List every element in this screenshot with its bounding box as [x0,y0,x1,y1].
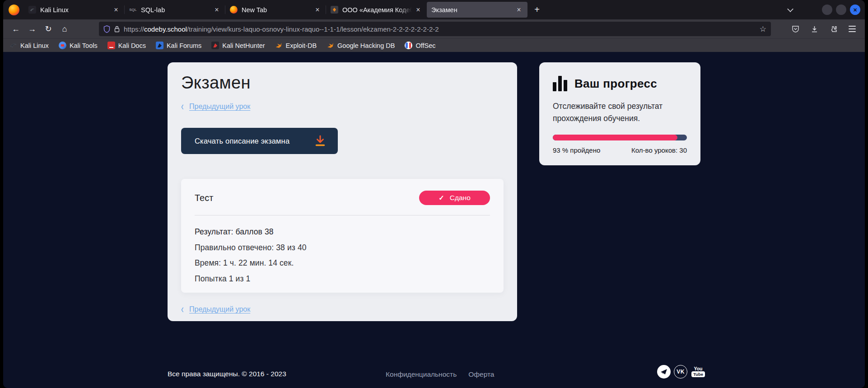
tab-title: Kali Linux [40,6,111,14]
social-links: VK You Tube [657,365,706,379]
chevron-left-icon: ‹ [181,304,184,315]
privacy-link[interactable]: Конфиденциальность [386,370,457,379]
firefox-logo-icon [9,5,19,15]
lock-icon[interactable] [114,26,120,33]
bookmark-label: Kali Docs [118,42,146,49]
codeby-favicon-icon [331,6,338,14]
tab-sql-lab[interactable]: SQL SQL-lab × [125,2,225,18]
url-bar[interactable]: https://codeby.school/training/view/kurs… [99,22,771,36]
download-exam-description-button[interactable]: Скачать описание экзамна [181,128,338,154]
youtube-icon[interactable]: You Tube [691,365,706,379]
previous-lesson-link-bottom[interactable]: ‹ Предыдущий урок [181,305,504,313]
tab-kali-linux[interactable]: Kali Linux × [24,2,125,18]
window-controls: × [822,5,860,15]
progress-title: Ваш прогресс [574,77,657,91]
url-path: /training/view/kurs-laquo-osnovy-linux-r… [187,25,439,33]
result-correct: Правильно отвечено: 38 из 40 [195,243,490,252]
new-tab-button[interactable]: + [530,3,544,17]
bookmark-offsec[interactable]: OffSec [405,42,435,49]
exam-card: Экзамен ‹ Предыдущий урок Скачать описан… [168,62,517,321]
minimize-button[interactable] [822,5,832,15]
bookmark-google-hacking-db[interactable]: Google Hacking DB [327,42,395,49]
google-hacking-db-bird-icon [327,42,334,49]
maximize-button[interactable] [836,5,846,15]
pocket-icon[interactable] [788,22,803,36]
tab-exam-active[interactable]: Экзамен × [427,2,527,18]
bookmarks-bar: Kali Linux Kali Tools Kali Docs Kali For… [3,38,865,52]
home-button[interactable]: ⌂ [57,22,72,36]
bookmark-label: OffSec [415,42,435,49]
bookmark-label: Google Hacking DB [337,42,395,49]
kali-dragon-icon [9,42,17,49]
extensions-puzzle-icon[interactable] [826,22,840,36]
toolbar-right-icons [788,22,859,36]
bookmark-kali-tools[interactable]: Kali Tools [59,42,98,49]
checkmark-icon: ✓ [439,194,444,202]
footer-links: Конфиденциальность Оферта [386,370,495,379]
kali-tools-icon [59,42,66,49]
bookmark-kali-docs[interactable]: Kali Docs [107,42,146,49]
progress-bar-track [553,135,687,140]
reload-button[interactable]: ↻ [41,22,56,36]
tab-new-tab[interactable]: New Tab × [225,2,326,18]
page-footer: Все права защищены. © 2016 - 2023 Конфид… [3,363,865,388]
result-score: Результат: баллов 38 [195,227,490,237]
tab-bar: Kali Linux × SQL SQL-lab × New Tab × ООО… [3,0,865,19]
result-time: Время: 1 ч. 22 мин. 14 сек. [195,258,490,268]
telegram-icon[interactable] [657,365,671,379]
downloads-icon[interactable] [807,22,821,36]
bookmark-label: Kali Forums [167,42,201,49]
test-results: Результат: баллов 38 Правильно отвечено:… [195,227,490,284]
tab-close-icon[interactable]: × [413,5,423,15]
tab-close-icon[interactable]: × [514,5,524,15]
navigation-toolbar: ← → ↻ ⌂ https://codeby.school/training/v… [3,19,865,38]
previous-lesson-label[interactable]: Предыдущий урок [189,103,250,111]
previous-lesson-label[interactable]: Предыдущий урок [189,305,250,313]
progress-description: Отслеживайте свой результат прохождения … [553,100,675,125]
tab-close-icon[interactable]: × [313,5,322,15]
list-tabs-chevron-icon[interactable] [787,6,793,12]
tab-close-icon[interactable]: × [111,5,121,15]
vk-icon[interactable]: VK [674,365,687,379]
kali-docs-icon [107,42,115,49]
test-title: Тест [195,193,213,203]
bookmark-exploit-db[interactable]: Exploit-DB [275,42,317,49]
tab-strip: Kali Linux × SQL SQL-lab × New Tab × ООО… [24,0,527,19]
bookmark-label: Kali NetHunter [222,42,265,49]
lessons-count-label: Кол-во уроков: 30 [631,146,687,154]
download-button-label: Скачать описание экзамна [195,137,289,145]
offsec-icon [405,42,412,49]
kali-nethunter-icon [211,42,219,49]
progress-labels: 93 % пройдено Кол-во уроков: 30 [553,146,687,154]
tab-title: SQL-lab [141,6,212,14]
bookmark-star-icon[interactable]: ☆ [760,24,766,34]
kali-dragon-favicon-icon [28,6,36,14]
browser-window: Kali Linux × SQL SQL-lab × New Tab × ООО… [3,0,865,388]
url-host: codeby.school [144,25,187,33]
page-title: Экзамен [181,73,504,93]
menu-hamburger-icon[interactable] [845,22,859,36]
previous-lesson-link-top[interactable]: ‹ Предыдущий урок [181,103,504,111]
bookmark-kali-nethunter[interactable]: Kali NetHunter [211,42,265,49]
bookmark-label: Kali Tools [70,42,98,49]
tab-codeby-academy[interactable]: ООО «Академия Кодеба × [326,2,427,18]
copyright-text: Все права защищены. © 2016 - 2023 [168,370,286,378]
back-button[interactable]: ← [9,22,23,36]
window-close-button[interactable]: × [850,5,860,15]
badge-label: Сдано [450,194,471,202]
url-text: https://codeby.school/training/view/kurs… [124,25,756,33]
divider [195,215,490,215]
tab-close-icon[interactable]: × [212,5,222,15]
bookmark-label: Kali Linux [20,42,49,49]
bookmark-kali-linux[interactable]: Kali Linux [9,42,49,49]
passed-status-badge: ✓ Сдано [419,191,490,205]
bookmark-kali-forums[interactable]: Kali Forums [156,42,201,49]
chevron-left-icon: ‹ [181,101,184,112]
percent-complete-label: 93 % пройдено [553,146,600,154]
progress-fill [553,135,677,140]
forward-button[interactable]: → [25,22,39,36]
offer-link[interactable]: Оферта [468,370,494,379]
tracking-shield-icon[interactable] [103,25,110,33]
test-header: Тест ✓ Сдано [195,191,490,205]
test-result-card: Тест ✓ Сдано Результат: баллов 38 Правил… [181,179,504,293]
